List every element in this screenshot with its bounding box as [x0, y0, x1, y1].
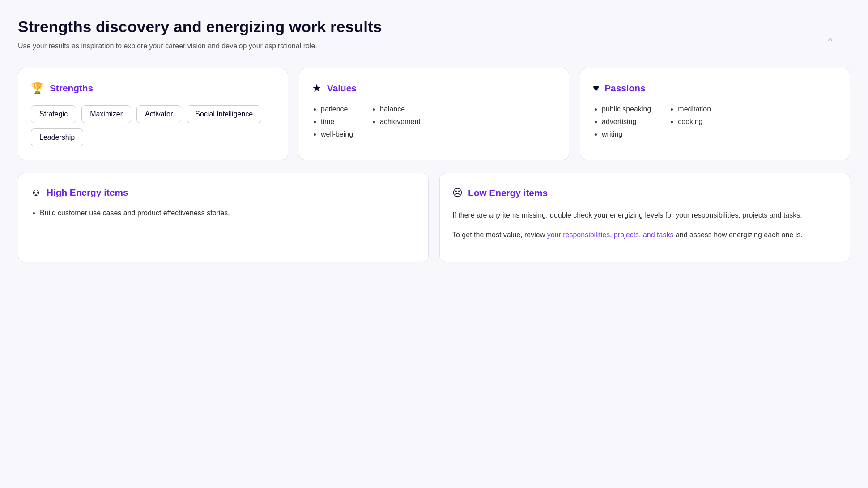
trophy-icon: 🏆 [31, 82, 44, 94]
passions-columns: public speakingadvertisingwriting medita… [593, 105, 837, 143]
values-card-title: Values [327, 83, 357, 94]
values-item: balance [380, 105, 421, 113]
sad-smiley-icon: ☹ [452, 187, 463, 199]
passions-item: writing [602, 130, 651, 138]
strength-tag: Maximizer [81, 105, 131, 123]
collapse-button[interactable]: ^ [828, 36, 832, 46]
high-energy-content: Build customer use cases and product eff… [31, 209, 416, 217]
high-energy-card: ☺ High Energy items Build customer use c… [18, 173, 429, 262]
passions-item: advertising [602, 118, 651, 126]
passions-card-title: Passions [604, 83, 645, 94]
low-energy-card: ☹ Low Energy items If there are any item… [439, 173, 850, 262]
strengths-card-title: Strengths [50, 83, 93, 94]
low-energy-card-title: Low Energy items [468, 188, 548, 198]
strength-tag: Strategic [31, 105, 76, 123]
low-energy-content: If there are any items missing, double c… [452, 210, 837, 240]
passions-card-header: ♥ Passions [593, 82, 837, 94]
low-energy-paragraph2: To get the most value, review your respo… [452, 229, 837, 241]
strength-tag: Activator [136, 105, 181, 123]
high-energy-card-header: ☺ High Energy items [31, 187, 416, 198]
low-energy-link[interactable]: your responsibilities, projects, and tas… [547, 231, 674, 239]
passions-item: public speaking [602, 105, 651, 113]
low-energy-card-header: ☹ Low Energy items [452, 187, 837, 199]
heart-icon: ♥ [593, 82, 599, 94]
high-energy-list: Build customer use cases and product eff… [31, 209, 416, 217]
strengths-card: 🏆 Strengths StrategicMaximizerActivatorS… [18, 68, 288, 160]
low-energy-paragraph1: If there are any items missing, double c… [452, 210, 837, 221]
bottom-cards-row: ☺ High Energy items Build customer use c… [18, 173, 850, 262]
passions-list-col2: meditationcooking [669, 105, 711, 143]
passions-item: meditation [678, 105, 711, 113]
values-list-col1: patiencetimewell-being [312, 105, 353, 143]
passions-list-col1: public speakingadvertisingwriting [593, 105, 651, 143]
star-icon: ★ [312, 82, 322, 94]
high-energy-item: Build customer use cases and product eff… [40, 209, 416, 217]
passions-card: ♥ Passions public speakingadvertisingwri… [580, 68, 850, 160]
values-list-col2: balanceachievement [371, 105, 421, 143]
page-subtitle: Use your results as inspiration to explo… [18, 42, 850, 50]
strengths-tags: StrategicMaximizerActivatorSocial Intell… [31, 105, 275, 146]
values-item: achievement [380, 118, 421, 126]
low-energy-para2-before: To get the most value, review [452, 231, 547, 239]
values-item: patience [321, 105, 353, 113]
values-item: time [321, 118, 353, 126]
happy-smiley-icon: ☺ [31, 187, 41, 198]
values-columns: patiencetimewell-being balanceachievemen… [312, 105, 556, 143]
page-title: Strengths discovery and energizing work … [18, 18, 850, 36]
strength-tag: Leadership [31, 128, 83, 146]
values-card-header: ★ Values [312, 82, 556, 94]
top-cards-row: 🏆 Strengths StrategicMaximizerActivatorS… [18, 68, 850, 160]
high-energy-card-title: High Energy items [47, 187, 128, 198]
passions-item: cooking [678, 118, 711, 126]
strengths-card-header: 🏆 Strengths [31, 82, 275, 94]
strength-tag: Social Intelligence [187, 105, 261, 123]
low-energy-para2-after: and assess how energizing each one is. [673, 231, 802, 239]
values-card: ★ Values patiencetimewell-being balancea… [299, 68, 569, 160]
values-item: well-being [321, 130, 353, 138]
